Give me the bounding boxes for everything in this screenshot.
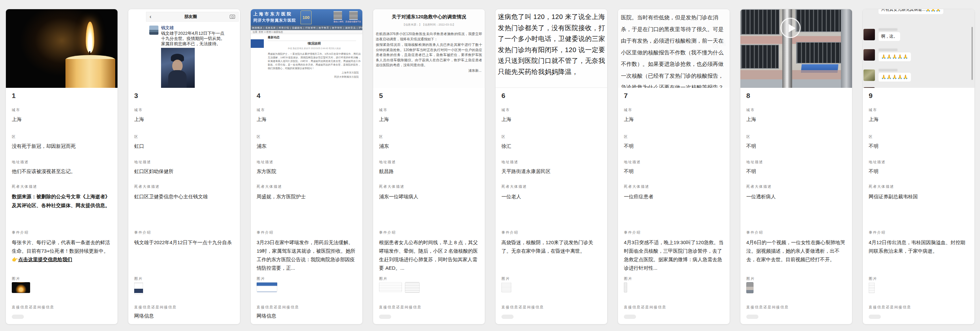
chat-bubble: 🙏🙏🙏🙏🙏: [878, 53, 911, 61]
field-value-event: 3月23日在家中哮喘发作，用药后无法缓解。19时，家属驾车送其就诊，被医院拒收。…: [257, 238, 357, 273]
field-value-direct: 网络信息: [134, 313, 235, 319]
candle-body: [65, 59, 115, 88]
field-label-city: 城市: [624, 107, 724, 112]
back-chevron-icon: ‹: [150, 14, 151, 20]
attachment-thumbnail[interactable]: [12, 282, 30, 293]
field-value-direct: [379, 313, 479, 320]
gallery-board: 1 城市 上海 区 没有死于新冠，却因新冠而死 地址描述 他们不应该被漠视甚至忘…: [0, 0, 980, 331]
attachment-row: [379, 282, 479, 297]
chat-bubble: 啊，这。: [878, 32, 900, 41]
record-cover-candle-image[interactable]: [6, 9, 118, 88]
field-label-address: 地址描述: [257, 160, 357, 165]
building-window: [796, 42, 843, 64]
field-label-event: 事件介绍: [501, 230, 602, 235]
field-value-deceased: 一位透析病人: [746, 192, 847, 227]
field-label-direct: 直接信息还是间接信息: [624, 305, 724, 310]
empty-value-pill: [501, 315, 514, 319]
field-label-address: 地址描述: [501, 160, 602, 165]
record-number: 9: [869, 92, 873, 100]
field-label-direct: 直接信息还是间接信息: [134, 305, 235, 310]
field-value-district: 不明: [624, 143, 724, 149]
metal-pillar: [841, 9, 852, 88]
attachment-thumbnail[interactable]: [624, 282, 627, 293]
record-card[interactable]: 迷病危了叫 120，120 来了说全上海发热门诊都关了，没有医院接收，打了一个多…: [495, 9, 608, 325]
field-value-event: 高烧昏迷，核酸阴，120来了说发热门诊关了。无奈在家中降温，在昏迷中离世。: [501, 238, 602, 273]
wechat-navbar: ‹ 朋友圈: [146, 12, 239, 22]
field-label-district: 区: [746, 134, 847, 139]
field-label-address: 地址描述: [746, 160, 847, 165]
field-value-event: 每张卡片、每行记录，代表着一条逝去的鲜活生命。目前有73+位死者！数据持续更新中…: [12, 238, 112, 273]
hospital-announcement: 情况说明 作者:系统管理员 发表于:2022/3/25 2:44:43 有233…: [268, 41, 361, 78]
field-label-address: 地址描述: [624, 160, 724, 165]
submit-info-link[interactable]: 点击这里提交信息给我们: [18, 257, 72, 262]
hospital-nav-menu: 医院概况 | 名医名家 | 科室介绍 | 党建园地 | 行政管理 | 医学教育 …: [251, 26, 362, 30]
record-card[interactable]: 1 城市 上海 区 没有死于新冠，却因新冠而死 地址描述 他们不应该被漠视甚至忘…: [6, 9, 118, 325]
field-label-city: 城市: [134, 107, 235, 112]
attachment-thumbnail[interactable]: [869, 282, 875, 293]
card-row: 1 城市 上海 区 没有死于新冠，却因新冠而死 地址描述 他们不应该被漠视甚至忘…: [6, 9, 975, 325]
record-card[interactable]: 医院。当时有些低烧，但是发热门诊在消杀，于是在门口的黑夜里等待了很久。可是由于有…: [618, 9, 730, 325]
field-label-direct: 直接信息还是间接信息: [746, 305, 847, 310]
field-value-deceased: 一位癌症患者: [624, 192, 724, 227]
field-value-city: 上海: [501, 116, 602, 123]
field-label-address: 地址描述: [869, 160, 969, 165]
field-value-district: 浦东: [257, 143, 357, 149]
field-value-deceased: 一位老人: [501, 192, 602, 227]
building-ledge: [740, 79, 852, 88]
attachment-thumbnail[interactable]: [501, 282, 511, 293]
field-value-deceased: 浦东一位哮喘病人: [379, 192, 479, 227]
field-label-deceased: 死者大体描述: [746, 184, 847, 189]
field-label-deceased: 死者大体描述: [624, 184, 724, 189]
record-cover-weibo-text-screenshot[interactable]: 医院。当时有些低烧，但是发热门诊在消杀，于是在门口的黑夜里等待了很久。可是由于有…: [618, 9, 730, 88]
qr-code-icon: [334, 11, 342, 20]
attachment-thumbnail[interactable]: [405, 282, 420, 293]
field-label-image: 图片: [624, 276, 724, 281]
field-value-district: 徐汇: [501, 143, 602, 149]
field-label-address: 地址描述: [379, 160, 479, 165]
record-card[interactable]: 上海市东方医院 同济大学附属东方医院 100 微信二维码 患者移动服务平台 医院…: [250, 9, 363, 325]
attachment-thumbnail[interactable]: [134, 282, 143, 294]
empty-value-pill: [12, 315, 24, 319]
empty-value-pill: [746, 315, 759, 319]
document-paragraph: 在航昌路376弄小区120急救医生未向求救患者施救的情况，我委立即连夜启动调查，…: [376, 32, 482, 42]
field-value-direct: [869, 313, 969, 320]
announcement-body: 周盛妮为我院护士，一直在院内从事护理相关工作。3月23日在家中哮喘发作，用药后无…: [268, 52, 361, 70]
field-label-district: 区: [501, 134, 602, 139]
field-value-address: 不明: [746, 168, 847, 175]
chat-bubble: 🙏🙏🙏🙏🙏: [878, 73, 911, 82]
record-card[interactable]: 8 城市 上海 区 不明 地址描述 不明 死者大体描述 一位透析病人 事件介绍 …: [740, 9, 852, 325]
attachment-thumbnail[interactable]: [257, 282, 277, 292]
field-label-deceased: 死者大体描述: [257, 184, 357, 189]
record-card[interactable]: 关于对浦东120急救中心的调查情况 【信息来源：】【信息时间：2022-03-3…: [373, 9, 485, 325]
field-value-direct: [624, 313, 724, 320]
record-cover-investigation-document[interactable]: 关于对浦东120急救中心的调查情况 【信息来源：】【信息时间：2022-03-3…: [373, 9, 485, 88]
event-text: 每张卡片、每行记录，代表着一条逝去的鲜活生命。目前有73+位死者！数据持续更新中…: [12, 240, 110, 254]
record-card[interactable]: ‹ 朋友圈 钱文雄 钱文雄于2022年4月12日下午一点十九分去世。疫情期间一切…: [128, 9, 240, 325]
field-value-direct: [501, 313, 602, 320]
record-number: 8: [746, 92, 750, 100]
record-card[interactable]: 只有其女儿眼见其病逝...🙏🙏🙏 啊，这。 🙏🙏🙏🙏🙏 🙏🙏🙏🙏🙏: [862, 9, 975, 325]
moments-avatar: [149, 26, 158, 35]
building-window: [795, 9, 845, 32]
moments-post-text: 钱文雄于2022年4月12日下午一点十九分去世。疫情期间一切从简。家属目前悲痛不…: [161, 31, 228, 46]
hospital-name-line2: 同济大学附属东方医院: [253, 18, 296, 23]
record-cover-group-chat-screenshot[interactable]: 只有其女儿眼见其病逝...🙏🙏🙏 啊，这。 🙏🙏🙏🙏🙏 🙏🙏🙏🙏🙏: [863, 9, 974, 88]
attachment-thumbnail[interactable]: [379, 282, 402, 292]
field-label-city: 城市: [869, 107, 969, 112]
field-label-image: 图片: [257, 276, 357, 281]
play-button-icon[interactable]: [780, 18, 801, 38]
empty-value-pill: [379, 315, 391, 319]
field-value-address: 航昌路: [379, 168, 479, 175]
record-cover-text-screenshot[interactable]: 迷病危了叫 120，120 来了说全上海发热门诊都关了，没有医院接收，打了一个多…: [496, 9, 607, 88]
field-label-event: 事件介绍: [624, 230, 724, 235]
field-label-city: 城市: [257, 107, 357, 112]
attachment-thumbnail[interactable]: [746, 282, 754, 293]
field-value-district: 虹口: [134, 143, 235, 149]
field-value-event: 根据患者女儿公布的时间线，早上 8 点，其父哮喘发作、晕倒。随后，小区 2 名做…: [379, 238, 479, 273]
record-cover-video-thumbnail[interactable]: [740, 9, 852, 88]
record-cover-hospital-website-screenshot[interactable]: 上海市东方医院 同济大学附属东方医院 100 微信二维码 患者移动服务平台 医院…: [251, 9, 362, 88]
field-label-city: 城市: [379, 107, 479, 112]
field-value-city: 上海: [257, 116, 357, 123]
record-cover-wechat-moments-screenshot[interactable]: ‹ 朋友圈 钱文雄 钱文雄于2022年4月12日下午一点十九分去世。疫情期间一切…: [128, 9, 240, 88]
moments-photo: [161, 48, 195, 88]
